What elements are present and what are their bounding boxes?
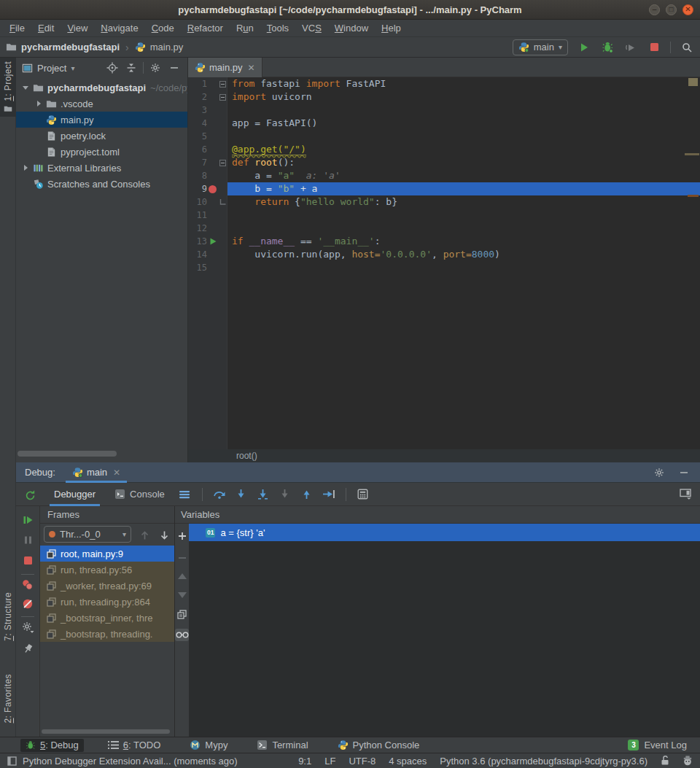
close-icon[interactable]: ✕ xyxy=(246,63,255,73)
step-over-button[interactable] xyxy=(212,487,227,502)
tree-item-pyproject-toml[interactable]: pyproject.toml xyxy=(16,144,187,160)
tool-window-button-python-console[interactable]: Python Console xyxy=(332,739,425,752)
duplicate-watch-button[interactable] xyxy=(175,610,189,619)
tree-item-external-libraries[interactable]: External Libraries xyxy=(16,160,187,176)
rerun-button[interactable] xyxy=(23,488,37,503)
frame-row[interactable]: _worker, thread.py:69 xyxy=(40,578,174,594)
previous-frame-button[interactable] xyxy=(137,528,152,543)
frame-row[interactable]: run, threading.py:864 xyxy=(40,594,174,610)
editor-body[interactable]: 1from fastapi import FastAPI2import uvic… xyxy=(188,77,700,449)
gear-icon[interactable] xyxy=(148,61,163,75)
mute-breakpoints-button[interactable] xyxy=(16,598,39,610)
frame-row[interactable]: run, thread.py:56 xyxy=(40,562,174,578)
tab-debugger[interactable]: Debugger xyxy=(48,483,101,506)
remove-watch-button[interactable] xyxy=(175,553,189,563)
hide-panel-button[interactable] xyxy=(167,61,182,75)
menu-navigate[interactable]: Navigate xyxy=(94,23,144,34)
gutter-line-3[interactable]: 3 xyxy=(188,104,228,117)
debug-button[interactable] xyxy=(600,40,615,55)
breadcrumb-file[interactable]: main.py xyxy=(150,42,184,53)
chevron-down-icon[interactable]: ▾ xyxy=(71,64,74,72)
collapse-all-button[interactable] xyxy=(124,61,139,75)
tree-item-poetry-lock[interactable]: poetry.lock xyxy=(16,128,187,144)
close-icon[interactable]: ✕ xyxy=(111,468,120,478)
tree-item-main-py[interactable]: main.py xyxy=(16,112,187,128)
step-into-my-code-button[interactable] xyxy=(256,487,271,502)
event-log-button[interactable]: 3 Event Log xyxy=(628,740,700,750)
gutter-line-10[interactable]: 10 xyxy=(188,195,228,209)
tree-item--vscode[interactable]: .vscode xyxy=(16,96,187,112)
lock-icon[interactable] xyxy=(661,756,669,766)
gutter-line-14[interactable]: 14 xyxy=(188,248,228,261)
step-out-button[interactable] xyxy=(300,487,314,502)
chevron-down-icon[interactable] xyxy=(19,84,31,91)
fold-marker[interactable] xyxy=(218,77,228,90)
fold-marker[interactable] xyxy=(218,156,228,169)
pin-icon[interactable] xyxy=(16,643,39,654)
run-gutter-icon[interactable] xyxy=(207,235,218,248)
gutter-line-4[interactable]: 4 xyxy=(188,117,228,130)
add-watch-button[interactable] xyxy=(175,531,189,541)
search-button[interactable] xyxy=(680,40,694,55)
move-up-button[interactable] xyxy=(175,573,189,579)
gutter-line-7[interactable]: 7 xyxy=(188,156,228,169)
debug-settings-button[interactable] xyxy=(16,621,39,633)
layout-menu-icon[interactable] xyxy=(178,487,192,502)
variable-row[interactable]: 01a = {str} 'a' xyxy=(189,524,700,541)
thread-selector[interactable]: Thr...-0_0 ▾ xyxy=(44,526,131,543)
toggle-stripes-icon[interactable] xyxy=(7,756,17,766)
gear-icon[interactable] xyxy=(652,465,666,480)
tool-window-button-mypy[interactable]: Mypy xyxy=(184,739,233,752)
menu-view[interactable]: View xyxy=(61,23,94,34)
move-down-button[interactable] xyxy=(175,592,189,598)
menu-code[interactable]: Code xyxy=(145,23,181,34)
scrollbar-warning-marker[interactable] xyxy=(685,153,699,155)
gutter-line-2[interactable]: 2 xyxy=(188,90,228,104)
tool-button-favorites[interactable]: 2: Favorites xyxy=(0,670,16,730)
frames-scrollbar[interactable] xyxy=(42,729,170,734)
pause-button[interactable] xyxy=(16,535,39,545)
caret-position[interactable]: 9:1 xyxy=(298,756,311,767)
gutter-line-13[interactable]: 13 xyxy=(188,235,228,248)
menu-window[interactable]: Window xyxy=(328,23,375,34)
maximize-button[interactable]: □ xyxy=(666,4,677,15)
tool-button-project[interactable]: 1: Project xyxy=(0,58,16,117)
hector-icon[interactable] xyxy=(682,756,693,766)
frame-row[interactable]: _bootstrap_inner, thre xyxy=(40,610,174,626)
tool-window-button-6-todo[interactable]: 6: TODO xyxy=(103,739,166,752)
frame-row[interactable]: root, main.py:9 xyxy=(40,546,174,562)
step-into-button[interactable] xyxy=(234,487,249,502)
next-frame-button[interactable] xyxy=(157,528,171,543)
scrollbar-breakpoint-marker[interactable] xyxy=(688,195,699,197)
tool-button-structure[interactable]: 7: Structure xyxy=(0,589,16,648)
menu-refactor[interactable]: Refactor xyxy=(181,23,230,34)
gutter-line-8[interactable]: 8 xyxy=(188,169,228,182)
tool-window-button-5-debug[interactable]: 5: Debug xyxy=(20,739,84,752)
menu-file[interactable]: File xyxy=(3,23,31,34)
gutter-line-6[interactable]: 6 xyxy=(188,143,228,156)
menu-help[interactable]: Help xyxy=(375,23,408,34)
fold-marker[interactable] xyxy=(218,195,228,209)
gutter-line-9[interactable]: 9 xyxy=(188,182,228,195)
run-button[interactable] xyxy=(577,40,591,55)
menu-vcs[interactable]: VCS xyxy=(295,23,328,34)
line-separator[interactable]: LF xyxy=(324,756,335,767)
python-interpreter[interactable]: Python 3.6 (pycharmdebugfastapi-9cdjtyrg… xyxy=(440,756,648,767)
force-step-into-button[interactable] xyxy=(278,487,292,502)
breadcrumb-project[interactable]: pycharmdebugfastapi xyxy=(21,42,120,53)
tab-console[interactable]: Console xyxy=(109,483,171,506)
fold-marker[interactable] xyxy=(218,90,228,104)
project-panel-title[interactable]: Project xyxy=(37,63,66,74)
gutter-line-1[interactable]: 1 xyxy=(188,77,228,90)
close-button[interactable]: ✕ xyxy=(682,4,693,15)
indent-style[interactable]: 4 spaces xyxy=(389,756,427,767)
run-to-cursor-button[interactable] xyxy=(322,487,336,502)
resume-button[interactable] xyxy=(16,515,39,525)
show-watches-button[interactable] xyxy=(175,629,189,641)
gutter-line-15[interactable]: 15 xyxy=(188,261,228,274)
gutter-line-11[interactable]: 11 xyxy=(188,209,228,222)
run-config-selector[interactable]: main ▾ xyxy=(513,39,568,55)
project-scrollbar[interactable] xyxy=(18,451,117,457)
menu-tools[interactable]: Tools xyxy=(260,23,295,34)
minimize-button[interactable]: – xyxy=(649,4,660,15)
